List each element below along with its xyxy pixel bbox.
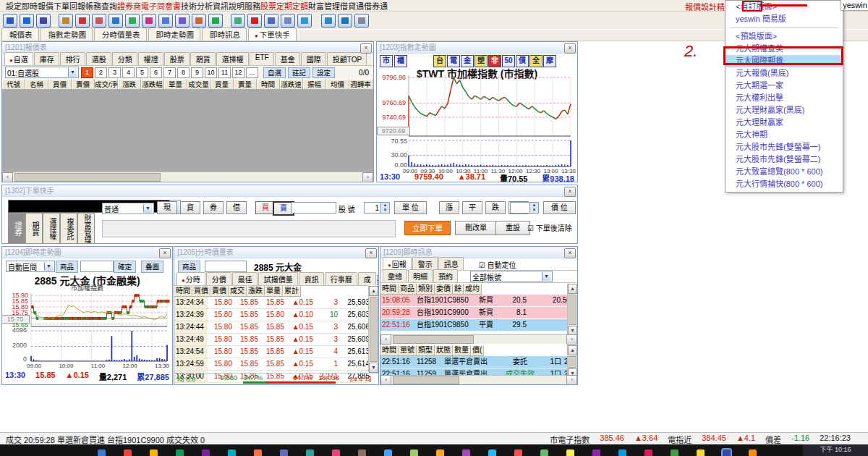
workspace-tab[interactable]: 報價表 [1,28,39,41]
taskbar-app-icon[interactable] [332,449,340,456]
layout-menu-item[interactable]: 元大期選一家 [726,80,843,92]
quote-tab[interactable]: 選擇權 [216,52,249,65]
layout-menu-item[interactable]: 元大股市先鋒(雙螢幕二) [726,153,843,166]
price-label-button[interactable]: 價 位 [543,201,576,214]
pricevol-tab[interactable]: ●分時 [176,272,205,285]
toolbar-icon[interactable] [125,14,140,28]
toolbar-icon[interactable] [247,14,262,28]
taskbar-app-icon[interactable] [618,449,626,456]
quote-tab[interactable]: ●自選 [4,52,33,65]
quote-action-button[interactable]: 設定 [312,67,335,78]
column-header[interactable]: 漲跌 [118,79,141,90]
submit-order-button[interactable]: 立即下單 [404,221,451,235]
page-button[interactable]: 3 [109,67,121,78]
pricevol-tab[interactable]: 最佳 [232,272,258,285]
table-row[interactable]: 22:51:16 11258 單選平倉賣出 委託 1口 2 [380,356,567,368]
page-button[interactable]: 4 [122,67,135,78]
close-icon[interactable]: x [564,248,576,258]
layout-menu-item[interactable]: 元大理財贏家 [726,117,843,129]
column-header[interactable]: 賣量 [234,79,257,90]
taskbar-app-icon[interactable] [697,449,705,456]
menu-item[interactable]: 下單回報 [54,2,85,11]
taskbar-app-icon[interactable] [436,449,444,456]
page-button[interactable]: 8 [177,67,190,78]
trade-kind-button[interactable]: 現 [157,201,177,214]
toolbar-icon[interactable] [36,14,51,28]
vertical-scrollbar[interactable]: ▴▾ [567,345,577,376]
workspace-tab[interactable]: ●下單快手 [248,28,297,41]
layout-menu-item[interactable]: 元大行情捕快(800 * 600) [726,178,843,190]
toolbar-icon[interactable] [75,14,90,28]
taskbar-app-icon[interactable] [384,449,392,456]
menu-item[interactable]: 資訊 [213,2,229,11]
toolbar-icon[interactable] [338,14,352,28]
table-row[interactable]: 15:08:05 台指1901C9850 新買 20.5 20.5000 [380,295,567,307]
menu-item[interactable]: 即時報價 [22,2,54,11]
pricevol-tab[interactable]: 行事曆 [325,272,357,285]
taskbar-app-icon[interactable] [671,449,678,456]
pricevol-tab[interactable]: 成 [358,272,376,285]
column-header[interactable]: 代號 [2,79,25,90]
taskbar-app-icon[interactable] [749,449,757,456]
quote-tab[interactable]: 期貨 [190,52,216,65]
toolbar-icon[interactable] [59,14,73,28]
quote-tab[interactable]: 庫存 [34,52,59,65]
taskbar-app-icon[interactable] [514,449,522,456]
toolbar-icon[interactable] [158,14,173,28]
account-type-tab[interactable]: 選擇權 [43,213,60,244]
vertical-scrollbar[interactable]: ▴▾ [368,286,378,372]
menu-item[interactable]: 借券通 [364,2,388,11]
column-header[interactable]: 買量 [210,79,234,90]
column-header[interactable]: 成交/淨值 [95,79,118,90]
toolbar-icon[interactable] [142,14,156,28]
workspace-tab[interactable]: 分時價量表 [94,28,147,41]
watchlist-select[interactable]: 01:自選股▼ [5,67,79,78]
stock-code-input[interactable] [292,202,336,214]
taskbar-app-icon[interactable] [176,449,184,456]
column-header[interactable]: 賣價 [72,79,95,90]
horizontal-scrollbar[interactable]: ‹› [380,375,577,384]
toolbar-icon[interactable] [20,14,34,28]
table-row[interactable]: 22:51:16 11259 單選平倉賣出 成交失效 1口 2 [380,368,567,375]
modify-order-button[interactable]: 刪改單 [455,221,497,235]
column-header[interactable]: 預估量 [373,79,373,90]
column-header[interactable]: 振幅 [303,79,326,90]
layout-menu-item[interactable]: 元大神期 [726,129,843,141]
quote-action-button[interactable]: 註記 [288,67,310,78]
menu-item[interactable]: 帳務查詢 [85,2,117,11]
toolbar-icon[interactable] [3,14,17,28]
layout-menu-item[interactable]: 元大致富總覽(800 * 600) [726,166,843,178]
page-button[interactable]: 9 [191,67,203,78]
order-type-select[interactable]: 普通▼ [102,203,154,214]
page-button[interactable]: 1 [81,67,93,78]
page-button[interactable]: 5 [136,67,148,78]
layout-menu-item[interactable]: 元大股市先鋒(雙螢幕一) [726,141,843,153]
table-row[interactable]: 13:24:59 15.80 15.85 15.85 ▲0.15 1 25,61… [174,358,368,371]
clear-after-order-checkbox[interactable]: ☑ 下單後清除 [527,222,572,233]
toolbar-icon[interactable] [297,14,312,28]
trade-kind-button[interactable]: 借 [226,201,247,214]
layout-menu-item[interactable]: 元大報價(黑底) [726,67,843,80]
table-row[interactable]: 13:24:49 15.80 15.85 15.85 ▲0.15 3 25,60… [174,334,368,346]
taskbar-app-icon[interactable] [592,449,600,456]
taskbar-app-icon[interactable] [644,449,652,456]
quote-tab[interactable]: 基金 [275,52,300,65]
column-header[interactable]: 買價 [48,79,72,90]
quote-tab[interactable]: 選股 [86,52,111,65]
taskbar-app-icon[interactable] [306,449,314,456]
menu-item[interactable]: 財富管理 [308,2,340,11]
column-header[interactable]: 均價 [326,79,349,90]
taskbar-app-icon[interactable] [462,449,470,456]
account-type-tab[interactable]: 證券 [8,213,25,244]
price-type-button[interactable]: 漲 [439,201,459,214]
page-button[interactable]: 12 [232,67,244,78]
quote-tab[interactable]: 投顧TOP [327,52,367,65]
menu-item[interactable]: 設定 [6,2,22,11]
product-code-input[interactable] [205,261,247,272]
workspace-tab[interactable]: 即時訊息 [202,28,247,41]
summary-tab[interactable]: 明細 [408,269,433,282]
pricevol-tab[interactable]: 資訊 [299,272,324,285]
table-row[interactable]: 13:24:44 15.80 15.85 15.85 ▲0.15 3 25,60… [174,321,368,334]
column-header[interactable]: 漲跌速 [280,79,303,90]
horizontal-scrollbar[interactable]: ‹› [2,172,373,182]
